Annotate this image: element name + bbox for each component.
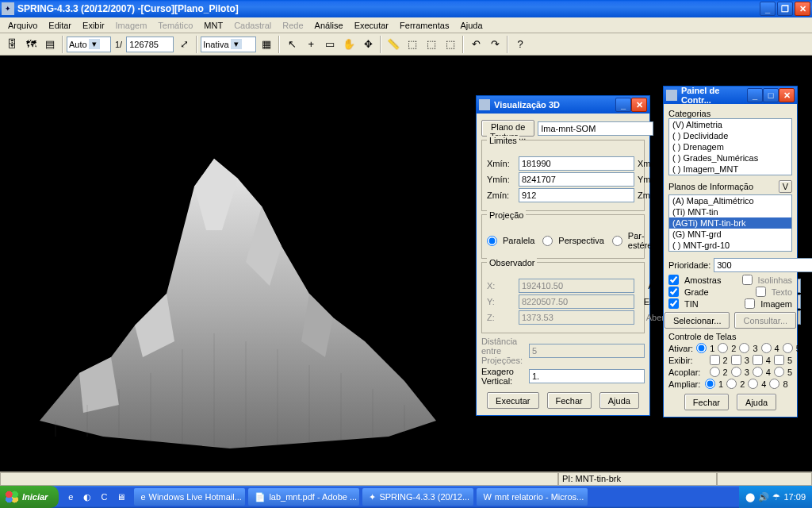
redo-icon[interactable]: ↷ [486,36,504,53]
painel-close[interactable]: ✕ [779,88,795,102]
task-button[interactable]: ✦SPRING-4.3.3 (20/12... [362,488,473,506]
plano-item[interactable]: (G) MNT-grd [669,229,791,240]
executar-button[interactable]: Executar [487,392,538,409]
tray-icon[interactable]: ☂ [772,492,780,502]
menu-mnt[interactable]: MNT [199,19,228,32]
menu-imagem[interactable]: Imagem [111,19,152,32]
zoom-full-icon[interactable]: ⤢ [175,36,193,53]
viz3d-minimize[interactable]: _ [615,98,631,112]
prioridade-input[interactable] [714,258,812,272]
undo-icon[interactable]: ↶ [467,36,485,53]
ampliar-4[interactable] [748,379,758,389]
db-icon[interactable]: 🗄 [3,36,21,53]
acoplar-3[interactable] [731,367,741,377]
painel-ajuda-button[interactable]: Ajuda [737,394,776,410]
menu-executar[interactable]: Executar [350,19,393,32]
exibir-3[interactable] [731,355,741,365]
check-isolinhas[interactable] [742,275,753,285]
tray-icon[interactable]: 🔊 [758,492,769,502]
select2-icon[interactable]: ⬚ [423,36,440,53]
menu-ajuda[interactable]: Ajuda [455,19,487,32]
radio-perspectiva[interactable] [542,236,553,246]
painel-titlebar[interactable]: Painel de Contr... _ □ ✕ [664,87,797,104]
restore-button[interactable]: ❐ [777,2,793,16]
pan-icon[interactable]: ✋ [340,36,358,53]
plano-item[interactable]: (AGTi) MNT-tin-brk [669,217,791,229]
viz3d-titlebar[interactable]: Visualização 3D _ ✕ [477,96,649,114]
menu-editar[interactable]: Editar [44,19,76,32]
layer-combo[interactable]: Inativa▾ [201,37,256,52]
task-button[interactable]: eWindows Live Hotmail... [134,488,245,506]
measure-icon[interactable]: 📏 [385,36,402,53]
arrows-icon[interactable]: ✥ [359,36,377,53]
ativar-1[interactable] [696,343,707,353]
check-amostras[interactable] [668,275,679,285]
select3-icon[interactable]: ⬚ [442,36,459,53]
ativar-3[interactable] [739,343,749,353]
acoplar-2[interactable] [710,367,720,377]
ql-icon[interactable]: 🖥 [113,490,128,504]
check-tin[interactable] [668,298,679,309]
ativar-4[interactable] [761,343,772,353]
menu-analise[interactable]: Análise [310,19,348,32]
ie-icon[interactable]: e [63,490,78,504]
exibir-4[interactable] [753,355,763,365]
system-tray[interactable]: ⬤ 🔊 ☂ 17:09 [739,486,812,508]
cat-item[interactable]: ( ) Drenagem [669,141,791,152]
plus-icon[interactable]: + [302,36,320,53]
xmin-input[interactable] [519,156,634,171]
menu-cadastral[interactable]: Cadastral [229,19,276,32]
menu-ferramentas[interactable]: Ferramentas [395,19,454,32]
cat-item[interactable]: ( ) Imagem_MNT [669,164,791,175]
painel-minimize[interactable]: _ [747,88,763,102]
acoplar-5[interactable] [774,367,784,377]
ql-icon[interactable]: ◐ [80,490,94,504]
menu-rede[interactable]: Rede [278,19,308,32]
exibir-2[interactable] [710,355,720,365]
categorias-list[interactable]: (V) Altimetria ( ) Declividade ( ) Drena… [668,118,792,175]
radio-paralela[interactable] [487,236,497,246]
exagero-input[interactable] [529,369,645,383]
help-icon[interactable]: ? [511,36,529,53]
plano-item[interactable]: ( ) MNT-grd-10 [669,240,791,251]
check-grade[interactable] [668,287,679,297]
menu-arquivo[interactable]: Arquivo [3,19,42,32]
viz3d-close[interactable]: ✕ [631,98,647,112]
planos-list[interactable]: (A) Mapa_Altimétrico (Ti) MNT-tin (AGTi)… [668,194,792,252]
check-texto[interactable] [756,287,766,297]
fechar-button[interactable]: Fechar [547,392,592,409]
zmin-input[interactable] [519,188,634,202]
ymin-input[interactable] [519,172,634,187]
painel-fechar-button[interactable]: Fechar [684,394,729,410]
scale-input[interactable]: 126785 [126,37,174,52]
layers-icon[interactable]: ▤ [41,36,59,53]
planos-v-button[interactable]: V [779,180,792,193]
ampliar-1[interactable] [705,379,715,389]
map-icon[interactable]: 🗺 [22,36,40,53]
task-button[interactable]: Wmnt relatorio - Micros... [477,488,588,506]
zoom-area-icon[interactable]: ▭ [321,36,339,53]
auto-combo[interactable]: Auto▾ [67,37,111,52]
select1-icon[interactable]: ⬚ [404,36,421,53]
exibir-5[interactable] [774,355,784,365]
ampliar-8[interactable] [769,379,779,389]
cat-item[interactable]: (V) Altimetria [669,119,791,130]
plano-textura-input[interactable] [538,121,653,136]
plano-item[interactable]: (Ti) MNT-tin [669,206,791,217]
start-button[interactable]: Iniciar [0,486,59,508]
clock[interactable]: 17:09 [783,492,806,502]
close-button[interactable]: ✕ [795,2,810,16]
ajuda-button[interactable]: Ajuda [599,392,639,409]
ativar-2[interactable] [718,343,728,353]
ql-icon[interactable]: C [97,490,111,504]
menu-tematico[interactable]: Temático [153,19,197,32]
plano-textura-button[interactable]: Plano de Textura... [481,120,534,137]
acoplar-4[interactable] [753,367,763,377]
grid-icon[interactable]: ▦ [258,36,275,53]
task-button[interactable]: 📄lab_mnt.pdf - Adobe ... [248,488,359,506]
ativar-5[interactable] [783,343,793,353]
painel-maximize[interactable]: □ [763,88,779,102]
selecionar-button[interactable]: Selecionar... [665,312,730,329]
check-imagem[interactable] [745,298,755,309]
tray-icon[interactable]: ⬤ [745,492,755,502]
